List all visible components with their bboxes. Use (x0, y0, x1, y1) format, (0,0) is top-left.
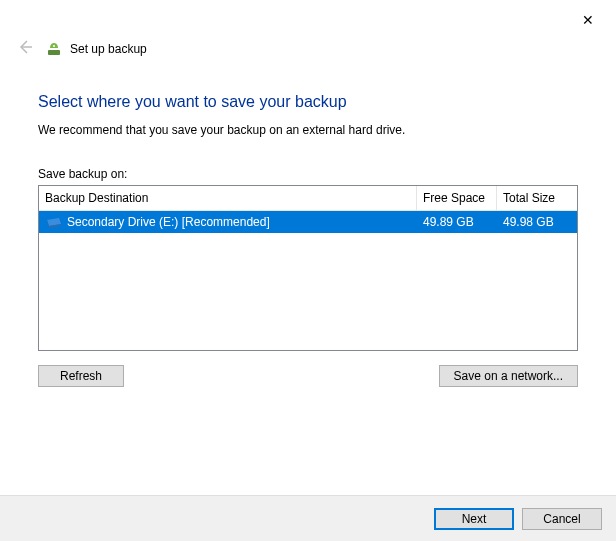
row-total-size: 49.98 GB (497, 215, 577, 229)
refresh-button[interactable]: Refresh (38, 365, 124, 387)
column-header-free-space[interactable]: Free Space (417, 186, 497, 210)
backup-wizard-icon (46, 41, 62, 57)
save-on-network-button[interactable]: Save on a network... (439, 365, 578, 387)
svg-rect-0 (48, 50, 60, 55)
column-header-total-size[interactable]: Total Size (497, 186, 577, 210)
content-area: Select where you want to save your backu… (0, 59, 616, 387)
list-header: Backup Destination Free Space Total Size (39, 186, 577, 211)
page-subtext: We recommend that you save your backup o… (38, 123, 578, 137)
list-label: Save backup on: (38, 167, 578, 181)
svg-point-1 (53, 45, 55, 47)
footer-bar: Next Cancel (0, 495, 616, 541)
back-arrow-icon[interactable] (12, 38, 38, 59)
close-icon: ✕ (582, 12, 594, 28)
cancel-button[interactable]: Cancel (522, 508, 602, 530)
titlebar-text: Set up backup (70, 42, 147, 56)
page-heading: Select where you want to save your backu… (38, 93, 578, 111)
row-free-space: 49.89 GB (417, 215, 497, 229)
table-row[interactable]: Secondary Drive (E:) [Recommended] 49.89… (39, 211, 577, 233)
next-button[interactable]: Next (434, 508, 514, 530)
titlebar: Set up backup (0, 0, 616, 59)
column-header-destination[interactable]: Backup Destination (39, 186, 417, 210)
list-button-row: Refresh Save on a network... (38, 365, 578, 387)
backup-destination-list[interactable]: Backup Destination Free Space Total Size… (38, 185, 578, 351)
drive-icon (45, 216, 61, 228)
row-destination-name: Secondary Drive (E:) [Recommended] (67, 215, 270, 229)
close-button[interactable]: ✕ (574, 8, 602, 32)
